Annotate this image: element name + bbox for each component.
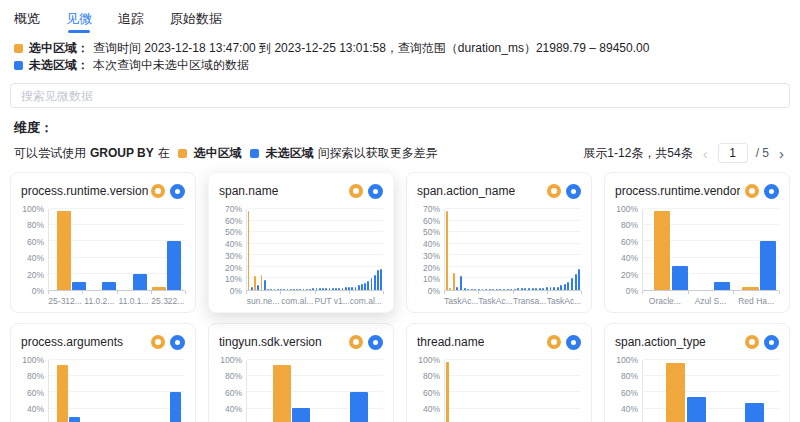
bar — [133, 274, 147, 290]
bar — [371, 278, 373, 290]
gridline — [49, 208, 185, 209]
selected-region-toggle-icon[interactable] — [151, 184, 165, 198]
x-axis-label: Azul S... — [688, 296, 734, 306]
unselected-region-toggle-icon[interactable] — [566, 184, 581, 199]
y-axis-label: 40% — [27, 253, 44, 263]
y-axis-label: 40% — [423, 239, 440, 249]
bar — [57, 365, 68, 422]
x-tick-mark — [117, 291, 118, 294]
y-axis-label: 60% — [225, 216, 242, 226]
bar — [277, 289, 279, 290]
bar — [361, 284, 363, 290]
x-tick-mark — [547, 291, 548, 294]
unselected-region-toggle-icon[interactable] — [368, 184, 383, 199]
plot-area[interactable] — [444, 360, 581, 422]
x-axis-label: TaskAc... — [478, 296, 512, 306]
bar — [287, 289, 289, 290]
bar — [578, 269, 580, 290]
bar — [325, 288, 327, 290]
gridline — [49, 359, 185, 360]
plot-area[interactable] — [246, 209, 383, 291]
bar — [312, 288, 314, 290]
gridline — [643, 208, 779, 209]
bar — [446, 211, 448, 290]
prev-page-icon[interactable]: ‹ — [701, 146, 710, 161]
x-tick-mark — [82, 291, 83, 294]
y-axis-label: 20% — [27, 270, 44, 280]
tab-jianwei[interactable]: 见微 — [66, 10, 92, 33]
bar — [471, 289, 473, 290]
tab-overview[interactable]: 概览 — [14, 10, 40, 33]
x-axis-ticks — [444, 291, 581, 294]
selected-region-toggle-icon[interactable] — [745, 335, 759, 349]
plot-area[interactable] — [444, 209, 581, 291]
y-axis-label: 40% — [621, 404, 638, 414]
bar — [309, 289, 311, 290]
chart-card: tingyun.sdk.version 0%20%40%60%80%100% 3… — [208, 323, 394, 422]
x-tick-mark — [779, 291, 780, 294]
unselected-region-toggle-icon[interactable] — [170, 184, 185, 199]
gridline — [247, 208, 383, 209]
hint-mid: 在 — [158, 145, 170, 162]
tab-trace[interactable]: 追踪 — [118, 10, 144, 33]
plot-area[interactable] — [246, 360, 383, 422]
unselected-region-toggle-icon[interactable] — [170, 335, 185, 350]
gridline — [247, 277, 383, 278]
gridline — [247, 375, 383, 376]
y-axis: 0%20%40%60%80%100% — [21, 209, 48, 291]
tab-raw-data[interactable]: 原始数据 — [170, 10, 222, 33]
gridline — [445, 220, 581, 221]
x-axis-ticks — [642, 291, 779, 294]
y-axis-label: 80% — [621, 220, 638, 230]
chart-card: thread.name 0%20%40%60%80%100% com.al...… — [406, 323, 592, 422]
search-input[interactable] — [10, 83, 790, 108]
bar — [553, 287, 555, 290]
bar — [292, 408, 310, 422]
bar — [329, 288, 331, 290]
unselected-region-toggle-icon[interactable] — [764, 184, 779, 199]
current-page-box[interactable]: 1 — [718, 143, 748, 163]
bar — [521, 288, 523, 290]
y-axis-label: 100% — [22, 355, 44, 365]
selected-region-toggle-icon[interactable] — [349, 335, 363, 349]
bar — [542, 288, 544, 290]
bar — [507, 289, 509, 290]
bar — [251, 287, 253, 290]
selected-region-toggle-icon[interactable] — [151, 335, 165, 349]
x-axis-label: 11.0.1... — [117, 296, 151, 306]
plot-area[interactable] — [642, 209, 779, 291]
y-axis-label: 60% — [621, 237, 638, 247]
unselected-region-toggle-icon[interactable] — [764, 335, 779, 350]
plot-area[interactable] — [48, 209, 185, 291]
groupby-hint: 可以尝试使用 GROUP BY 在 选中区域 未选区域 间探索以获取更多差异 — [14, 145, 438, 162]
x-axis-label: PUT v1... — [315, 296, 349, 306]
bar — [299, 289, 301, 290]
plot-area[interactable] — [48, 360, 185, 422]
y-axis-label: 20% — [225, 263, 242, 273]
bar — [338, 288, 340, 290]
dimension-section-title: 维度： — [10, 119, 790, 137]
x-axis-label: sun.ne... — [246, 296, 280, 306]
selected-region-toggle-icon[interactable] — [547, 184, 561, 198]
unselected-region-toggle-icon[interactable] — [566, 335, 581, 350]
y-axis: 0%10%20%30%40%50%60%70% — [219, 209, 246, 291]
bar — [446, 362, 448, 422]
x-axis: 25-312...11.0.2...11.0.1...25.322... — [48, 296, 185, 306]
next-page-icon[interactable]: › — [777, 146, 786, 161]
hint-selected-label: 选中区域 — [194, 145, 242, 162]
selected-region-toggle-icon[interactable] — [745, 184, 759, 198]
x-tick-mark — [444, 291, 445, 294]
x-axis: Oracle...Azul S...Red Ha... — [642, 296, 779, 306]
y-axis-label: 20% — [423, 263, 440, 273]
bar — [332, 288, 334, 290]
x-axis-label: 25.322... — [151, 296, 185, 306]
y-axis-label: 100% — [616, 355, 638, 365]
chart-title: thread.name — [417, 335, 484, 349]
x-tick-mark — [642, 291, 643, 294]
x-axis: TaskAc...TaskAc...Transa...TaskAc... — [444, 296, 581, 306]
unselected-region-toggle-icon[interactable] — [368, 335, 383, 350]
selected-region-toggle-icon[interactable] — [349, 184, 363, 198]
selected-region-toggle-icon[interactable] — [547, 335, 561, 349]
chart-title: span.name — [219, 184, 278, 198]
plot-area[interactable] — [642, 360, 779, 422]
